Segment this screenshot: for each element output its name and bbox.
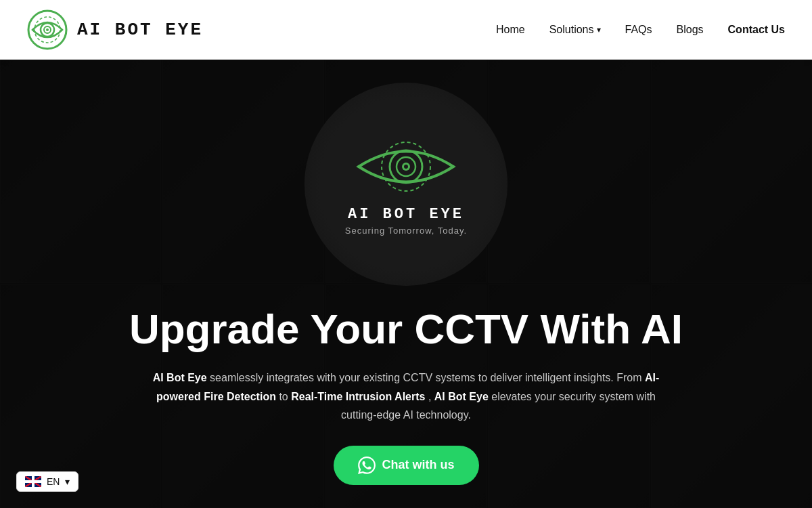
lang-chevron-icon: ▾	[65, 476, 70, 487]
hero-headline: Upgrade Your CCTV With AI	[129, 306, 683, 352]
svg-point-9	[404, 165, 408, 169]
logo-icon	[27, 9, 68, 50]
center-logo-subtitle: Securing Tomorrow, Today.	[345, 226, 467, 236]
whatsapp-icon	[358, 457, 376, 474]
nav-faqs[interactable]: FAQs	[625, 24, 652, 36]
desc-intrusion-alerts: Real-Time Intrusion Alerts	[291, 391, 425, 402]
desc-aiboteye-1: AI Bot Eye	[153, 372, 207, 383]
language-label: EN	[47, 476, 60, 487]
chat-button[interactable]: Chat with us	[334, 446, 479, 485]
desc-text-3: ,	[428, 391, 434, 402]
hero-description: AI Bot Eye seamlessly integrates with yo…	[149, 368, 663, 424]
flag-icon	[25, 476, 41, 487]
logo-text: AI BOT EYE	[77, 20, 203, 40]
hero-content: AI BOT EYE Securing Tomorrow, Today. Upg…	[0, 69, 812, 499]
center-eye-icon	[352, 133, 460, 200]
nav-solutions[interactable]: Solutions ▾	[549, 24, 601, 36]
logo-area[interactable]: AI BOT EYE	[27, 9, 203, 50]
center-logo-circle: AI BOT EYE Securing Tomorrow, Today.	[304, 83, 508, 286]
chat-button-label: Chat with us	[382, 458, 455, 472]
desc-aiboteye-2: AI Bot Eye	[434, 391, 489, 402]
desc-text-1: seamlessly integrates with your existing…	[210, 372, 645, 383]
nav-solutions-label: Solutions	[549, 24, 594, 36]
desc-text-2: to	[279, 391, 291, 402]
nav-blogs[interactable]: Blogs	[677, 24, 704, 36]
navbar: AI BOT EYE Home Solutions ▾ FAQs Blogs C…	[0, 0, 812, 60]
hero-section: AI BOT EYE Securing Tomorrow, Today. Upg…	[0, 60, 812, 508]
nav-home[interactable]: Home	[496, 24, 525, 36]
contact-us-button[interactable]: Contact Us	[728, 24, 785, 36]
language-switcher[interactable]: EN ▾	[16, 471, 78, 492]
svg-point-3	[46, 28, 49, 31]
nav-links: Home Solutions ▾ FAQs Blogs Contact Us	[496, 24, 785, 36]
center-logo-title: AI BOT EYE	[348, 206, 464, 223]
chevron-down-icon: ▾	[597, 25, 601, 35]
